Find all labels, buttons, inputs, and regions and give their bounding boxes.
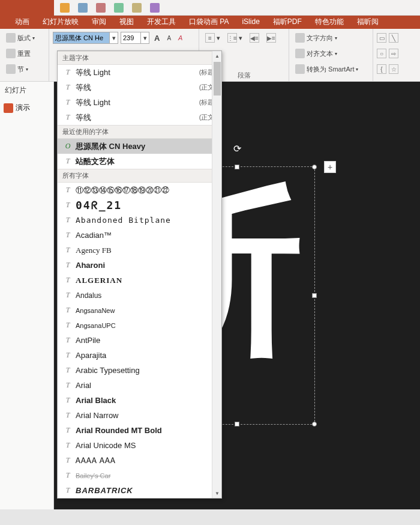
font-option[interactable]: T等线 Light(标题) — [58, 65, 221, 80]
bullets-button[interactable]: ≡▾ — [203, 32, 223, 44]
truetype-icon: T — [62, 381, 73, 390]
qt-icon[interactable] — [78, 3, 88, 13]
font-option[interactable]: TArial Black — [58, 393, 221, 408]
reset-button[interactable]: 重置 — [4, 47, 45, 60]
increase-font-button[interactable]: A — [152, 32, 162, 44]
font-option[interactable]: T等线(正文) — [58, 110, 221, 125]
smartart-button[interactable]: 转换为 SmartArt▾ — [293, 62, 369, 76]
shape-rect-icon[interactable]: ▭ — [377, 33, 386, 43]
text-direction-icon — [295, 33, 305, 43]
ribbon-tab[interactable]: iSlide — [235, 17, 266, 26]
font-option[interactable]: TArial Unicode MS — [58, 438, 221, 453]
font-size-dropdown[interactable]: ▾ — [141, 32, 149, 44]
font-option[interactable]: T等线 Light(标题) — [58, 95, 221, 110]
quick-toolbar — [54, 0, 420, 16]
shape-brace-icon[interactable]: { — [377, 64, 386, 74]
font-option[interactable]: TAparajita — [58, 348, 221, 363]
truetype-icon: T — [62, 113, 73, 122]
font-name-combo[interactable]: ▾ — [53, 32, 118, 44]
font-option-label: AntPile — [76, 336, 100, 345]
section-button[interactable]: 节▾ — [4, 62, 45, 76]
qt-icon[interactable] — [96, 3, 106, 13]
font-option[interactable]: TALGERIAN — [58, 273, 221, 288]
layout-button[interactable]: 版式▾ — [4, 31, 45, 44]
clear-format-button[interactable]: A — [176, 33, 185, 43]
qt-icon[interactable] — [132, 3, 142, 13]
truetype-icon: T — [62, 321, 73, 330]
font-option[interactable]: T04ᖇ_21 — [58, 198, 221, 213]
font-option[interactable]: T站酷文艺体 — [58, 154, 221, 169]
font-option-label: Arial Black — [76, 396, 116, 405]
truetype-icon: T — [62, 291, 73, 300]
truetype-icon: T — [62, 157, 73, 166]
ribbon-tab[interactable]: 福昕阅 — [350, 17, 385, 27]
font-option-label: Arabic Typesetting — [76, 366, 140, 375]
opentype-icon: O — [62, 142, 73, 151]
qt-icon[interactable] — [150, 3, 160, 13]
ribbon-tab[interactable]: 视图 — [113, 17, 140, 27]
font-option[interactable]: TAharoni — [58, 258, 221, 273]
font-option[interactable]: TBailey's Car — [58, 468, 221, 483]
ribbon-tab[interactable]: 幻灯片放映 — [36, 17, 85, 27]
font-option[interactable]: TAngsanaUPC — [58, 318, 221, 333]
font-option-label: Acadian™ — [76, 231, 112, 240]
align-text-button[interactable]: 对齐文本▾ — [293, 47, 369, 60]
shape-arrow-icon[interactable]: ⇨ — [389, 49, 398, 58]
resize-handle[interactable] — [312, 293, 317, 298]
ribbon-tab[interactable]: 特色功能 — [308, 17, 350, 27]
numbering-button[interactable]: ⋮≡▾ — [225, 32, 245, 44]
truetype-icon: T — [62, 471, 73, 480]
font-option[interactable]: TAcadian™ — [58, 228, 221, 243]
indent-button[interactable]: ▶≡ — [264, 32, 278, 44]
ribbon-tab[interactable]: 口袋动画 PA — [182, 17, 235, 27]
ribbon-tab[interactable]: 福昕PDF — [266, 17, 308, 27]
font-size-combo[interactable]: ▾ — [121, 32, 149, 44]
resize-handle[interactable] — [312, 165, 317, 169]
dd-scrollbar[interactable]: ▲ ▼ — [212, 51, 221, 498]
decrease-font-button[interactable]: A — [164, 34, 173, 43]
qt-icon[interactable] — [114, 3, 124, 13]
scroll-up-icon[interactable]: ▲ — [212, 51, 222, 61]
font-option[interactable]: TAngsanaNew — [58, 303, 221, 318]
font-option[interactable]: TᎪᎪᎪᎪ ᎪᎪᎪ — [58, 453, 221, 468]
ribbon-tabs: 动画幻灯片放映审阅视图开发工具口袋动画 PAiSlide福昕PDF特色功能福昕阅 — [0, 14, 420, 29]
resize-handle[interactable] — [235, 165, 239, 169]
qt-icon[interactable] — [60, 3, 70, 13]
font-option[interactable]: TArabic Typesetting — [58, 363, 221, 378]
font-option[interactable]: TAntPile — [58, 333, 221, 348]
shape-line-icon[interactable]: ╲ — [389, 33, 398, 43]
font-option-label: AngsanaUPC — [76, 322, 116, 329]
text-direction-button[interactable]: 文字方向▾ — [293, 31, 369, 44]
font-dropdown[interactable]: 主题字体 T等线 Light(标题)T等线(正文)T等线 Light(标题)T等… — [57, 50, 222, 499]
truetype-icon: T — [62, 366, 73, 375]
smartart-label: 转换为 SmartArt — [307, 65, 354, 74]
font-name-input[interactable] — [53, 32, 110, 44]
font-option[interactable]: TAgency FB — [58, 243, 221, 258]
font-option[interactable]: TBARBATRICK — [58, 483, 221, 498]
ribbon-tab[interactable]: 审阅 — [85, 17, 113, 27]
font-option[interactable]: TArial Narrow — [58, 408, 221, 423]
shape-star-icon[interactable]: ☆ — [389, 64, 398, 74]
font-option[interactable]: TAndalus — [58, 288, 221, 303]
font-size-input[interactable] — [121, 32, 141, 44]
outdent-button[interactable]: ◀≡ — [247, 32, 262, 44]
scroll-thumb[interactable] — [214, 62, 221, 96]
layout-plus-button[interactable]: + — [324, 161, 336, 173]
resize-handle[interactable] — [312, 422, 317, 426]
font-option[interactable]: T等线(正文) — [58, 80, 221, 95]
font-name-dropdown[interactable]: ▾ — [110, 32, 118, 44]
font-option[interactable]: T⑪⑫⑬⑭⑮⑯⑰⑱⑲⑳㉑㉒ — [58, 183, 221, 198]
rotate-handle[interactable]: ⟳ — [233, 143, 241, 154]
truetype-icon: T — [62, 231, 73, 240]
ribbon-tab[interactable]: 动画 — [8, 17, 36, 27]
shape-circle-icon[interactable]: ○ — [377, 49, 386, 58]
truetype-icon: T — [62, 186, 73, 195]
truetype-icon: T — [62, 486, 73, 495]
scroll-down-icon[interactable]: ▼ — [212, 488, 222, 498]
font-option[interactable]: O思源黑体 CN Heavy — [58, 139, 221, 154]
font-option[interactable]: TAbandoned Bitplane — [58, 213, 221, 228]
font-option[interactable]: TArial Rounded MT Bold — [58, 423, 221, 438]
resize-handle[interactable] — [235, 422, 239, 426]
ribbon-tab[interactable]: 开发工具 — [140, 17, 182, 27]
font-option[interactable]: TArial — [58, 378, 221, 393]
